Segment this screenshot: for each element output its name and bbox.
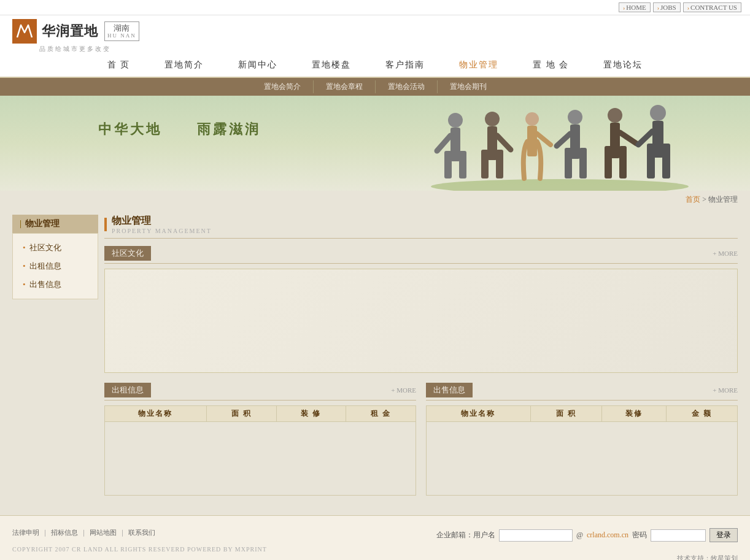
svg-line-24	[620, 132, 636, 144]
sale-table-header-row: 物业名称 面 积 装修 金 额	[427, 406, 738, 422]
contract-link[interactable]: › CONTRACT US	[683, 2, 741, 12]
sidebar-item-rent[interactable]: 出租信息	[13, 257, 98, 275]
rent-section: 出租信息 + MORE 物业名称 面 积 装 修 租 金	[104, 383, 416, 496]
sub-nav-club-journal[interactable]: 置地会期刊	[438, 80, 499, 93]
svg-rect-5	[459, 151, 466, 178]
footer-links: 法律申明 ｜ 招标信息 ｜ 网站地图 ｜ 联系我们	[12, 528, 155, 537]
footer-link-sitemap[interactable]: 网站地图	[90, 528, 117, 537]
nav-guide[interactable]: 客户指南	[381, 58, 430, 72]
title-accent-bar	[104, 218, 107, 231]
rent-table-header-row: 物业名称 面 积 装 修 租 金	[105, 406, 416, 422]
logo-box	[12, 19, 37, 44]
breadcrumb-current: 物业管理	[708, 195, 738, 204]
svg-point-1	[431, 179, 689, 191]
sub-nav: 置地会简介 置地会章程 置地会活动 置地会期刊	[0, 78, 750, 96]
sidebar-item-community[interactable]: 社区文化	[13, 239, 98, 257]
logo-tagline: 品质给城市更多改变	[12, 45, 139, 53]
main-layout: 物业管理 社区文化 出租信息 出售信息 物业管理 PROPERTY MANAGE…	[0, 209, 750, 515]
community-section-header: 社区文化 + MORE	[104, 246, 738, 264]
rent-table: 物业名称 面 积 装 修 租 金	[104, 405, 416, 496]
banner-text: 中华大地 雨露滋润	[98, 120, 261, 139]
rent-more-link[interactable]: + MORE	[391, 386, 416, 394]
rent-section-header: 出租信息 + MORE	[104, 383, 416, 401]
nav-club[interactable]: 置 地 会	[528, 58, 574, 72]
sale-col-area: 面 积	[530, 406, 601, 422]
rent-col-area: 面 积	[206, 406, 276, 422]
footer-email-label: 企业邮箱：用户名	[436, 530, 495, 540]
community-image-area	[104, 269, 738, 373]
people-illustration	[419, 96, 701, 191]
nav-properties[interactable]: 置地楼盘	[307, 58, 356, 72]
footer-password-label: 密码	[632, 530, 647, 540]
logo-svg	[14, 20, 36, 42]
svg-line-6	[437, 136, 450, 151]
content-title-bar: 物业管理 PROPERTY MANAGEMENT	[104, 215, 738, 239]
footer-link-legal[interactable]: 法律申明	[12, 528, 39, 537]
svg-rect-10	[496, 150, 503, 178]
content-area: 物业管理 PROPERTY MANAGEMENT 社区文化 + MORE 出租信…	[104, 215, 738, 509]
svg-rect-27	[647, 144, 655, 178]
rent-col-name: 物业名称	[105, 406, 207, 422]
footer-link-bid[interactable]: 招标信息	[51, 528, 78, 537]
footer-link-contact[interactable]: 联系我们	[128, 528, 155, 537]
footer-email-area: 企业邮箱：用户名 @ crland.com.cn 密码 登录	[436, 528, 738, 542]
sidebar-title: 物业管理	[12, 215, 98, 233]
nav-home[interactable]: 首 页	[102, 58, 136, 72]
svg-line-19	[557, 134, 570, 146]
logo-cn-name: 华润置地	[42, 22, 98, 40]
footer: 法律申明 ｜ 招标信息 ｜ 网站地图 ｜ 联系我们 企业邮箱：用户名 @ crl…	[0, 515, 750, 560]
nav-news[interactable]: 新闻中心	[233, 58, 282, 72]
svg-rect-23	[619, 146, 627, 178]
sale-table-body	[427, 422, 738, 496]
svg-point-7	[485, 112, 500, 126]
sale-empty-row	[427, 422, 738, 496]
sub-nav-club-activities[interactable]: 置地会活动	[376, 80, 438, 93]
community-section: 社区文化 + MORE	[104, 246, 738, 373]
logo-province-en: HU NAN	[107, 33, 136, 39]
sub-nav-club-intro[interactable]: 置地会简介	[252, 80, 314, 93]
nav-about[interactable]: 置地简介	[160, 58, 209, 72]
sidebar-item-sale[interactable]: 出售信息	[13, 275, 98, 294]
svg-rect-22	[605, 146, 612, 178]
svg-point-2	[448, 113, 463, 128]
svg-point-12	[525, 112, 539, 126]
footer-at-symbol: @	[576, 531, 583, 540]
content-title-en: PROPERTY MANAGEMENT	[112, 228, 212, 234]
content-title-cn: 物业管理	[112, 215, 151, 226]
sale-section-title: 出售信息	[426, 383, 473, 397]
sale-more-link[interactable]: + MORE	[713, 386, 738, 394]
logo-province-box: 湖南 HU NAN	[104, 21, 139, 41]
breadcrumb-home[interactable]: 首页	[686, 195, 700, 204]
top-strip: › HOME › JOBS › CONTRACT US	[0, 0, 750, 15]
home-link[interactable]: › HOME	[619, 2, 651, 12]
nav-bar: 首 页 置地简介 新闻中心 置地楼盘 客户指南 物业管理 置 地 会 置地论坛	[0, 53, 750, 78]
sub-nav-club-rules[interactable]: 置地会章程	[314, 80, 376, 93]
footer-password-input[interactable]	[651, 529, 706, 542]
sidebar: 物业管理 社区文化 出租信息 出售信息	[12, 215, 98, 509]
svg-line-11	[497, 136, 511, 150]
sale-col-name: 物业名称	[427, 406, 531, 422]
svg-point-20	[608, 108, 622, 123]
community-more-link[interactable]: + MORE	[713, 250, 738, 257]
svg-point-25	[650, 105, 666, 121]
logo-main: 华润置地 湖南 HU NAN	[12, 19, 139, 44]
footer-username-input[interactable]	[499, 529, 573, 542]
svg-point-15	[568, 110, 582, 125]
rent-col-decoration: 装 修	[276, 406, 346, 422]
nav-forum[interactable]: 置地论坛	[598, 58, 648, 72]
jobs-link[interactable]: › JOBS	[653, 2, 681, 12]
header: 华润置地 湖南 HU NAN 品质给城市更多改变 首 页 置地简介 新闻中心 置…	[0, 15, 750, 96]
nav-property-mgmt[interactable]: 物业管理	[454, 58, 503, 72]
sale-col-price: 金 额	[666, 406, 737, 422]
footer-login-button[interactable]: 登录	[709, 528, 738, 542]
logo-province-cn: 湖南	[114, 23, 130, 33]
banner-people	[419, 96, 701, 191]
svg-rect-9	[481, 150, 489, 178]
rent-section-title: 出租信息	[104, 383, 151, 397]
footer-domain: crland.com.cn	[587, 531, 628, 540]
svg-rect-17	[565, 148, 572, 178]
lower-sections: 出租信息 + MORE 物业名称 面 积 装 修 租 金	[104, 383, 738, 496]
breadcrumb-separator: >	[702, 195, 706, 204]
footer-copyright: COPYRIGHT 2007 CR LAND ALL RIGHTS RESEVE…	[12, 546, 738, 553]
rent-table-body	[105, 422, 416, 496]
